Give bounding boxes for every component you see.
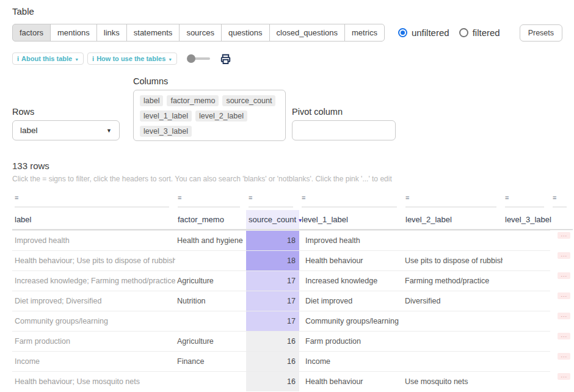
filter-underline: [15, 206, 169, 208]
info-button-how-to[interactable]: iHow to use the tables▼: [87, 53, 177, 65]
tab-links[interactable]: links: [96, 24, 127, 42]
filter-row: =======: [12, 193, 573, 210]
cell-level-2-label: [403, 331, 503, 351]
filter-equals-icon: =: [553, 194, 556, 201]
cell-edit: ...: [550, 371, 573, 391]
tab-closed_questions[interactable]: closed_questions: [269, 24, 345, 42]
column-tag-level_3_label[interactable]: level_3_label: [140, 126, 192, 137]
filter-cell-edit[interactable]: =: [550, 193, 573, 210]
cell-source-count: 17: [246, 311, 299, 331]
topbar: factorsmentionslinksstatementssourcesque…: [12, 24, 562, 42]
data-table: =======labelfactor_memosource_count▾leve…: [12, 193, 573, 391]
row-edit-button[interactable]: ...: [558, 353, 570, 360]
table-row: IncomeFinance16Income...: [12, 351, 573, 371]
toggle-switch[interactable]: [187, 54, 210, 63]
cell-factor-memo: [175, 311, 246, 331]
info-icon: i: [92, 55, 94, 62]
row-edit-button[interactable]: ...: [558, 272, 570, 279]
cell-source-count: 17: [246, 291, 299, 311]
filter-cell-label[interactable]: =: [12, 193, 175, 210]
filter-underline: [505, 206, 544, 208]
filter-equals-icon: =: [249, 194, 252, 201]
cell-level-2-label: Farming method/practice: [403, 270, 503, 291]
tab-sources[interactable]: sources: [179, 24, 222, 42]
cell-label: Health behaviour; Use pits to dispose of…: [12, 250, 175, 270]
column-tag-label[interactable]: label: [140, 95, 163, 106]
cell-level-3-label: [503, 270, 550, 291]
column-tag-level_2_label[interactable]: level_2_label: [195, 111, 247, 122]
radio-icon: [398, 28, 407, 37]
cell-edit: ...: [550, 250, 573, 270]
cell-level-1-label: Improved health: [299, 230, 403, 250]
row-edit-button[interactable]: ...: [558, 333, 570, 339]
cell-level-2-label: [403, 311, 503, 331]
table-row: Health behaviour; Use mosquito nets16Hea…: [12, 371, 573, 391]
row-count: 133 rows: [12, 161, 49, 171]
column-header-factor_memo[interactable]: factor_memo: [175, 210, 246, 230]
row-edit-button[interactable]: ...: [558, 292, 570, 299]
column-header-label: level_3_label: [505, 215, 551, 224]
table-tabs: factorsmentionslinksstatementssourcesque…: [12, 24, 385, 42]
table-row: Increased knowledge; Farming method/prac…: [12, 270, 573, 291]
column-header-label[interactable]: label: [12, 210, 175, 230]
filter-cell-level_3_label[interactable]: =: [503, 193, 550, 210]
filter-cell-level_1_label[interactable]: =: [299, 193, 403, 210]
radio-unfiltered[interactable]: unfiltered: [398, 27, 449, 38]
row-edit-button[interactable]: ...: [558, 373, 570, 380]
row-edit-button[interactable]: ...: [558, 232, 570, 239]
filter-underline: [178, 206, 240, 208]
cell-level-2-label: Diversified: [403, 291, 503, 311]
info-button-bar: iAbout this table▼iHow to use the tables…: [12, 53, 231, 65]
cell-source-count: 18: [246, 230, 299, 250]
radio-icon: [459, 28, 468, 37]
filter-underline: [249, 206, 293, 208]
filter-equals-icon: =: [15, 194, 18, 201]
tab-mentions[interactable]: mentions: [50, 24, 97, 42]
table-controls: Columns labelfactor_memosource_countleve…: [0, 73, 574, 143]
presets-button[interactable]: Presets: [520, 24, 562, 42]
print-icon[interactable]: [220, 53, 231, 65]
columns-tag-box[interactable]: labelfactor_memosource_countlevel_1_labe…: [133, 90, 286, 141]
cell-factor-memo: Nutrition: [175, 291, 246, 311]
cell-source-count: 16: [246, 351, 299, 371]
row-edit-button[interactable]: ...: [558, 252, 570, 259]
table-hint-text: Click the = signs to filter, click the h…: [12, 175, 392, 183]
tab-statements[interactable]: statements: [126, 24, 180, 42]
rows-select[interactable]: label ▼: [12, 120, 120, 140]
filter-equals-icon: =: [505, 194, 509, 201]
tab-questions[interactable]: questions: [221, 24, 270, 42]
column-tag-source_count[interactable]: source_count: [222, 95, 275, 106]
cell-factor-memo: Agriculture: [175, 270, 246, 291]
column-header-level_1_label[interactable]: level_1_label: [299, 210, 403, 230]
filter-cell-level_2_label[interactable]: =: [403, 193, 503, 210]
filter-cell-source_count[interactable]: =: [246, 193, 299, 210]
radio-label: unfiltered: [412, 27, 449, 38]
filter-cell-factor_memo[interactable]: =: [175, 193, 246, 210]
radio-filtered[interactable]: filtered: [459, 27, 500, 38]
row-edit-button[interactable]: ...: [558, 313, 570, 319]
tab-factors[interactable]: factors: [12, 24, 51, 42]
tab-metrics[interactable]: metrics: [344, 24, 385, 42]
cell-level-1-label: Health behaviour: [299, 371, 403, 391]
toggle-knob-icon: [187, 54, 195, 63]
column-header-level_3_label[interactable]: level_3_label: [503, 210, 550, 230]
column-tag-level_1_label[interactable]: level_1_label: [140, 111, 192, 122]
page-title: Table: [12, 6, 34, 16]
cell-factor-memo: [175, 371, 246, 391]
filter-equals-icon: =: [302, 194, 305, 201]
cell-level-2-label: Use pits to dispose of rubbish: [403, 250, 503, 270]
cell-level-3-label: [503, 331, 550, 351]
column-header-source_count[interactable]: source_count▾: [246, 210, 299, 230]
column-tag-factor_memo[interactable]: factor_memo: [167, 95, 219, 106]
pivot-column-input[interactable]: [292, 120, 396, 140]
cell-factor-memo: [175, 250, 246, 270]
cell-source-count: 17: [246, 270, 299, 291]
column-header-label: source_count: [249, 215, 296, 224]
columns-label: Columns: [133, 76, 168, 86]
info-button-about[interactable]: iAbout this table▼: [12, 53, 84, 65]
cell-edit: ...: [550, 270, 573, 291]
column-header-level_2_label[interactable]: level_2_label: [403, 210, 503, 230]
filter-underline: [553, 206, 567, 208]
filter-underline: [405, 206, 496, 208]
cell-level-3-label: [503, 250, 550, 270]
